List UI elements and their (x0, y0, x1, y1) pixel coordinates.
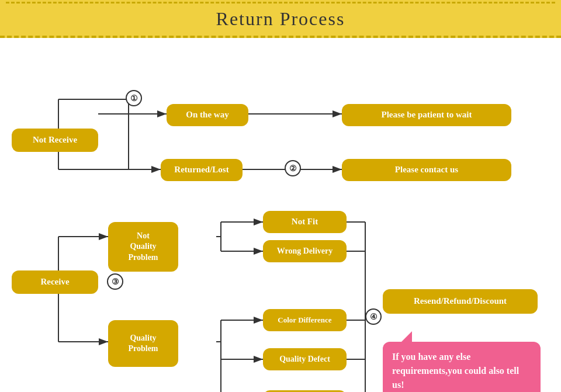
wrong-delivery-node: Wrong Delivery (263, 240, 347, 262)
quality-problem-node: Quality Problem (108, 320, 178, 367)
badge-one: ① (126, 90, 142, 106)
on-the-way-node: On the way (167, 104, 248, 126)
badge-two: ② (285, 160, 301, 176)
diagram: Not Receive ① On the way Returned/Lost ②… (0, 44, 561, 392)
page-title: Return Process (216, 8, 345, 29)
returned-lost-node: Returned/Lost (161, 159, 243, 181)
not-quality-problem-node: Not Quality Problem (108, 222, 178, 272)
receive-node: Receive (12, 270, 98, 294)
badge-four: ④ (365, 308, 382, 325)
color-difference-node: Color Difference (263, 309, 347, 331)
please-contact-node: Please contact us (342, 159, 511, 181)
please-patient-node: Please be patient to wait (342, 104, 511, 126)
quality-defect-node: Quality Defect (263, 348, 347, 370)
not-fit-node: Not Fit (263, 211, 347, 233)
header-border-top (6, 2, 555, 4)
resend-refund-node: Resend/Refund/Discount (383, 289, 538, 314)
not-receive-node: Not Receive (12, 129, 98, 152)
header: Return Process (0, 0, 561, 38)
badge-three: ③ (107, 273, 123, 290)
speech-bubble: If you have any else requirements,you co… (383, 342, 541, 392)
